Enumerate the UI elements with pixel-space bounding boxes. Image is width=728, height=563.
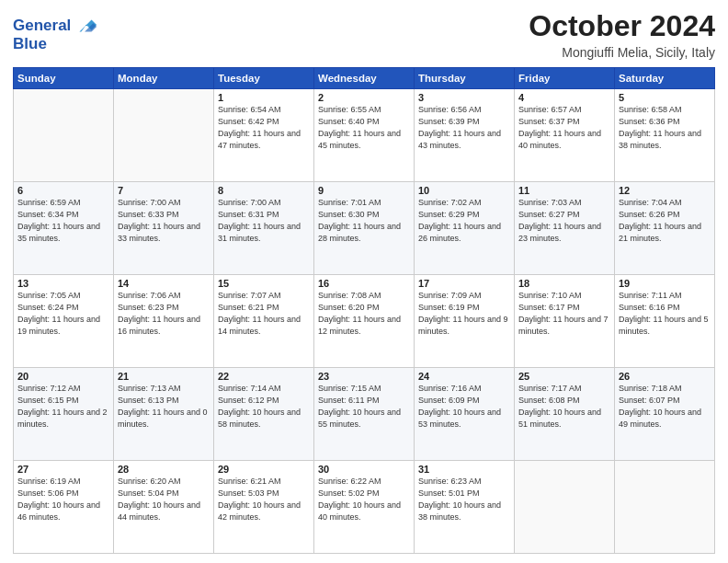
- day-cell: 24Sunrise: 7:16 AMSunset: 6:09 PMDayligh…: [415, 368, 515, 461]
- day-info: Sunrise: 7:02 AMSunset: 6:29 PMDaylight:…: [418, 197, 510, 245]
- day-cell: [14, 89, 114, 182]
- day-info: Sunrise: 7:09 AMSunset: 6:19 PMDaylight:…: [418, 290, 510, 338]
- day-number: 15: [218, 278, 310, 289]
- day-info: Sunrise: 6:22 AMSunset: 5:02 PMDaylight:…: [318, 476, 410, 523]
- day-cell: 8Sunrise: 7:00 AMSunset: 6:31 PMDaylight…: [214, 182, 314, 275]
- day-info: Sunrise: 7:08 AMSunset: 6:20 PMDaylight:…: [318, 290, 410, 338]
- day-number: 20: [17, 371, 109, 382]
- column-header-monday: Monday: [114, 68, 214, 89]
- column-header-sunday: Sunday: [14, 68, 114, 89]
- header: General Blue October 2024 Mongiuffi Meli…: [13, 9, 715, 60]
- day-cell: 23Sunrise: 7:15 AMSunset: 6:11 PMDayligh…: [314, 368, 415, 461]
- day-cell: 26Sunrise: 7:18 AMSunset: 6:07 PMDayligh…: [615, 368, 715, 461]
- day-number: 24: [418, 371, 510, 382]
- day-cell: [114, 89, 214, 182]
- day-info: Sunrise: 6:19 AMSunset: 5:06 PMDaylight:…: [17, 476, 109, 523]
- day-cell: 31Sunrise: 6:23 AMSunset: 5:01 PMDayligh…: [415, 461, 515, 554]
- day-info: Sunrise: 6:21 AMSunset: 5:03 PMDaylight:…: [218, 476, 310, 523]
- day-info: Sunrise: 7:13 AMSunset: 6:13 PMDaylight:…: [118, 383, 210, 431]
- day-number: 10: [418, 185, 510, 196]
- day-number: 25: [518, 371, 610, 382]
- day-number: 1: [218, 92, 310, 103]
- day-cell: 15Sunrise: 7:07 AMSunset: 6:21 PMDayligh…: [214, 275, 314, 368]
- day-cell: 21Sunrise: 7:13 AMSunset: 6:13 PMDayligh…: [114, 368, 214, 461]
- day-info: Sunrise: 7:01 AMSunset: 6:30 PMDaylight:…: [318, 197, 410, 245]
- day-cell: 4Sunrise: 6:57 AMSunset: 6:37 PMDaylight…: [515, 89, 615, 182]
- day-info: Sunrise: 6:56 AMSunset: 6:39 PMDaylight:…: [418, 104, 510, 152]
- day-number: 4: [518, 92, 610, 103]
- day-cell: 1Sunrise: 6:54 AMSunset: 6:42 PMDaylight…: [214, 89, 314, 182]
- day-cell: 9Sunrise: 7:01 AMSunset: 6:30 PMDaylight…: [314, 182, 415, 275]
- day-info: Sunrise: 7:00 AMSunset: 6:33 PMDaylight:…: [118, 197, 210, 245]
- day-info: Sunrise: 6:57 AMSunset: 6:37 PMDaylight:…: [518, 104, 610, 152]
- logo: General Blue: [13, 13, 98, 53]
- day-cell: [515, 461, 615, 554]
- day-info: Sunrise: 6:59 AMSunset: 6:34 PMDaylight:…: [17, 197, 109, 245]
- day-cell: 6Sunrise: 6:59 AMSunset: 6:34 PMDaylight…: [14, 182, 114, 275]
- day-cell: 29Sunrise: 6:21 AMSunset: 5:03 PMDayligh…: [214, 461, 314, 554]
- day-cell: 30Sunrise: 6:22 AMSunset: 5:02 PMDayligh…: [314, 461, 415, 554]
- week-row-5: 27Sunrise: 6:19 AMSunset: 5:06 PMDayligh…: [14, 461, 715, 554]
- week-row-1: 1Sunrise: 6:54 AMSunset: 6:42 PMDaylight…: [14, 89, 715, 182]
- logo-text: General: [13, 17, 71, 35]
- day-number: 3: [418, 92, 510, 103]
- day-info: Sunrise: 7:03 AMSunset: 6:27 PMDaylight:…: [518, 197, 610, 245]
- day-info: Sunrise: 7:10 AMSunset: 6:17 PMDaylight:…: [518, 290, 610, 338]
- day-number: 21: [118, 371, 210, 382]
- day-number: 29: [218, 464, 310, 475]
- page-container: General Blue October 2024 Mongiuffi Meli…: [0, 0, 728, 563]
- column-header-thursday: Thursday: [415, 68, 515, 89]
- day-info: Sunrise: 7:07 AMSunset: 6:21 PMDaylight:…: [218, 290, 310, 338]
- day-info: Sunrise: 7:14 AMSunset: 6:12 PMDaylight:…: [218, 383, 310, 431]
- day-cell: 11Sunrise: 7:03 AMSunset: 6:27 PMDayligh…: [515, 182, 615, 275]
- day-info: Sunrise: 6:55 AMSunset: 6:40 PMDaylight:…: [318, 104, 410, 152]
- day-info: Sunrise: 6:58 AMSunset: 6:36 PMDaylight:…: [619, 104, 711, 152]
- day-number: 2: [318, 92, 410, 103]
- day-number: 14: [118, 278, 210, 289]
- day-info: Sunrise: 7:04 AMSunset: 6:26 PMDaylight:…: [619, 197, 711, 245]
- day-info: Sunrise: 7:11 AMSunset: 6:16 PMDaylight:…: [619, 290, 711, 338]
- day-cell: 3Sunrise: 6:56 AMSunset: 6:39 PMDaylight…: [415, 89, 515, 182]
- title-block: October 2024 Mongiuffi Melia, Sicily, It…: [529, 9, 715, 60]
- day-cell: 16Sunrise: 7:08 AMSunset: 6:20 PMDayligh…: [314, 275, 415, 368]
- column-header-tuesday: Tuesday: [214, 68, 314, 89]
- day-info: Sunrise: 7:17 AMSunset: 6:08 PMDaylight:…: [518, 383, 610, 431]
- day-number: 26: [619, 371, 711, 382]
- day-number: 28: [118, 464, 210, 475]
- day-number: 23: [318, 371, 410, 382]
- day-number: 16: [318, 278, 410, 289]
- day-info: Sunrise: 7:12 AMSunset: 6:15 PMDaylight:…: [17, 383, 109, 431]
- day-info: Sunrise: 7:16 AMSunset: 6:09 PMDaylight:…: [418, 383, 510, 431]
- day-cell: 27Sunrise: 6:19 AMSunset: 5:06 PMDayligh…: [14, 461, 114, 554]
- day-number: 12: [619, 185, 711, 196]
- day-cell: 13Sunrise: 7:05 AMSunset: 6:24 PMDayligh…: [14, 275, 114, 368]
- calendar-header-row: SundayMondayTuesdayWednesdayThursdayFrid…: [14, 68, 715, 89]
- day-number: 17: [418, 278, 510, 289]
- day-cell: 10Sunrise: 7:02 AMSunset: 6:29 PMDayligh…: [415, 182, 515, 275]
- day-number: 8: [218, 185, 310, 196]
- week-row-4: 20Sunrise: 7:12 AMSunset: 6:15 PMDayligh…: [14, 368, 715, 461]
- column-header-friday: Friday: [515, 68, 615, 89]
- calendar-table: SundayMondayTuesdayWednesdayThursdayFrid…: [13, 67, 715, 554]
- week-row-3: 13Sunrise: 7:05 AMSunset: 6:24 PMDayligh…: [14, 275, 715, 368]
- day-info: Sunrise: 6:54 AMSunset: 6:42 PMDaylight:…: [218, 104, 310, 152]
- column-header-saturday: Saturday: [615, 68, 715, 89]
- day-number: 18: [518, 278, 610, 289]
- day-cell: 25Sunrise: 7:17 AMSunset: 6:08 PMDayligh…: [515, 368, 615, 461]
- day-number: 5: [619, 92, 711, 103]
- day-cell: 7Sunrise: 7:00 AMSunset: 6:33 PMDaylight…: [114, 182, 214, 275]
- day-number: 22: [218, 371, 310, 382]
- day-info: Sunrise: 6:20 AMSunset: 5:04 PMDaylight:…: [118, 476, 210, 523]
- day-number: 31: [418, 464, 510, 475]
- day-cell: [615, 461, 715, 554]
- day-cell: 22Sunrise: 7:14 AMSunset: 6:12 PMDayligh…: [214, 368, 314, 461]
- day-number: 7: [118, 185, 210, 196]
- day-cell: 28Sunrise: 6:20 AMSunset: 5:04 PMDayligh…: [114, 461, 214, 554]
- day-number: 11: [518, 185, 610, 196]
- day-number: 27: [17, 464, 109, 475]
- day-info: Sunrise: 6:23 AMSunset: 5:01 PMDaylight:…: [418, 476, 510, 523]
- day-cell: 14Sunrise: 7:06 AMSunset: 6:23 PMDayligh…: [114, 275, 214, 368]
- day-number: 30: [318, 464, 410, 475]
- day-cell: 20Sunrise: 7:12 AMSunset: 6:15 PMDayligh…: [14, 368, 114, 461]
- month-title: October 2024: [529, 9, 715, 43]
